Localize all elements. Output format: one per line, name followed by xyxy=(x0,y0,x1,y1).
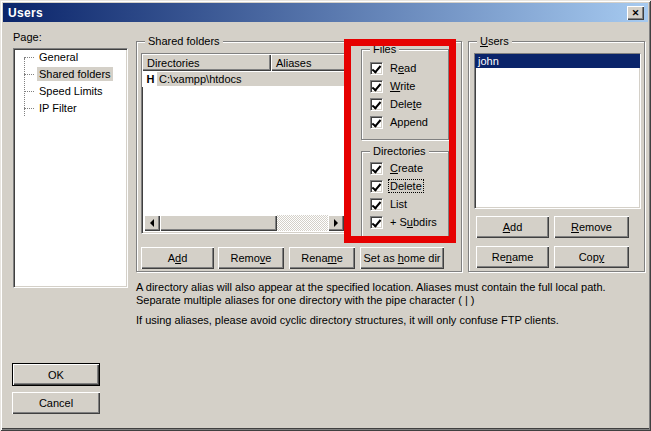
users-group-label: Users xyxy=(477,35,512,48)
copy-user-button[interactable]: Copy xyxy=(554,246,629,268)
rename-user-button[interactable]: Rename xyxy=(476,246,549,268)
checkbox-dirs-create[interactable]: Create xyxy=(362,159,448,177)
add-folder-button[interactable]: Add xyxy=(141,247,214,269)
checkbox-dirs-delete[interactable]: Delete xyxy=(362,177,448,195)
checkbox-icon[interactable] xyxy=(370,198,383,211)
column-header-directories[interactable]: Directories xyxy=(142,54,271,71)
tree-item-shared-folders[interactable]: Shared folders xyxy=(14,66,127,83)
checkbox-files-read[interactable]: Read xyxy=(362,59,448,77)
cancel-button[interactable]: Cancel xyxy=(12,392,100,414)
users-dialog: Users ✕ Page: General Shared folders Spe… xyxy=(0,0,651,431)
ok-button[interactable]: OK xyxy=(12,363,100,386)
scrollbar-track[interactable] xyxy=(277,215,328,231)
checkbox-icon[interactable] xyxy=(370,180,383,193)
checkbox-icon[interactable] xyxy=(370,62,383,75)
horizontal-scrollbar[interactable] xyxy=(144,215,344,231)
user-list-item[interactable]: john xyxy=(475,54,640,68)
directory-path: C:\xampp\htdocs xyxy=(157,72,345,86)
tree-item-speed-limits[interactable]: Speed Limits xyxy=(14,83,127,100)
checkbox-icon[interactable] xyxy=(370,98,383,111)
scrollbar-thumb[interactable] xyxy=(160,215,277,231)
page-label: Page: xyxy=(13,31,42,43)
users-list: john xyxy=(474,53,641,209)
list-header: Directories Aliases xyxy=(142,54,346,71)
users-group: Users john Add Remove Rename Copy xyxy=(468,41,645,272)
close-button[interactable]: ✕ xyxy=(627,6,644,20)
remove-user-button[interactable]: Remove xyxy=(554,216,629,238)
close-icon: ✕ xyxy=(632,9,640,18)
scroll-left-button[interactable] xyxy=(144,215,160,231)
checkbox-files-append[interactable]: Append xyxy=(362,113,448,131)
column-header-aliases[interactable]: Aliases xyxy=(271,54,346,71)
scroll-right-button[interactable] xyxy=(328,215,344,231)
files-group-label: Files xyxy=(370,43,399,56)
checkbox-files-delete[interactable]: Delete xyxy=(362,95,448,113)
checkbox-icon[interactable] xyxy=(370,162,383,175)
checkbox-icon[interactable] xyxy=(370,216,383,229)
checkbox-icon[interactable] xyxy=(370,116,383,129)
tree-item-ip-filter[interactable]: IP Filter xyxy=(14,100,127,117)
shared-folders-list: Directories Aliases H C:\xampp\htdocs xyxy=(141,53,347,234)
notes: A directory alias will also appear at th… xyxy=(136,281,641,327)
files-permissions-group: Files Read Write Delete Append xyxy=(361,49,449,140)
checkbox-dirs-subdirs[interactable]: + Subdirs xyxy=(362,213,448,231)
cyclic-note: If using aliases, please avoid cyclic di… xyxy=(136,314,641,327)
titlebar: Users xyxy=(3,3,648,22)
directories-group-label: Directories xyxy=(370,145,429,158)
right-arrow-icon xyxy=(334,219,338,227)
remove-folder-button[interactable]: Remove xyxy=(218,247,284,269)
directories-permissions-group: Directories Create Delete List + Subdirs xyxy=(361,151,449,240)
rename-folder-button[interactable]: Rename xyxy=(289,247,355,269)
page-tree: General Shared folders Speed Limits IP F… xyxy=(13,48,128,288)
left-arrow-icon xyxy=(150,219,154,227)
checkbox-dirs-list[interactable]: List xyxy=(362,195,448,213)
checkbox-files-write[interactable]: Write xyxy=(362,77,448,95)
set-as-home-dir-button[interactable]: Set as home dir xyxy=(360,247,444,269)
checkbox-icon[interactable] xyxy=(370,80,383,93)
shared-folders-group-label: Shared folders xyxy=(145,35,223,48)
alias-note: A directory alias will also appear at th… xyxy=(136,281,641,307)
add-user-button[interactable]: Add xyxy=(476,216,549,238)
window-title: Users xyxy=(3,6,43,20)
directory-row[interactable]: H C:\xampp\htdocs xyxy=(142,71,346,87)
shared-folders-group: Shared folders Directories Aliases H C:\… xyxy=(136,41,462,272)
tree-item-general[interactable]: General xyxy=(14,49,127,66)
home-dir-marker: H xyxy=(144,73,157,85)
